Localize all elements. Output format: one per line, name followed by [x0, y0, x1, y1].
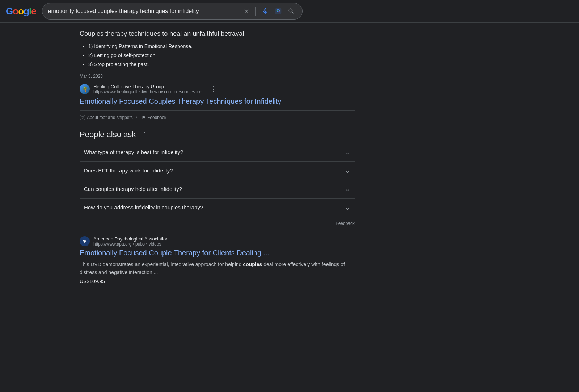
logo-g2: g [24, 6, 29, 17]
source-name: Healing Collective Therapy Group [93, 84, 205, 89]
paa-question-1: What type of therapy is best for infidel… [84, 149, 183, 155]
source-info: Healing Collective Therapy Group https:/… [93, 84, 205, 94]
snippet-list-item: 2) Letting go of self-protection. [88, 51, 355, 60]
result-source-url: https://www.apa.org › pubs › videos [93, 242, 168, 247]
paa-chevron-4: ⌄ [345, 204, 350, 212]
search-bar: emotionlly focused couples therapy techn… [42, 3, 303, 20]
paa-more-options-button[interactable]: ⋮ [140, 130, 149, 139]
logo-o1: o [13, 6, 18, 17]
source-row: 🌴 Healing Collective Therapy Group https… [80, 84, 355, 94]
paa-question-4: How do you address infidelity in couples… [84, 204, 203, 210]
snippet-date: Mar 3, 2023 [80, 74, 355, 79]
footer-divider: • [136, 115, 137, 120]
paa-item-3[interactable]: Can couples therapy help after infidelit… [80, 180, 355, 198]
paa-header: People also ask ⋮ [80, 130, 355, 139]
about-featured-snippets-button[interactable]: ? About featured snippets [80, 115, 133, 120]
result-link-1[interactable]: Emotionally Focused Couple Therapy for C… [80, 248, 355, 257]
paa-question-2: Does EFT therapy work for infidelity? [84, 167, 173, 174]
search-input[interactable]: emotionlly focused couples therapy techn… [48, 8, 239, 14]
voice-search-button[interactable] [260, 6, 270, 16]
logo-o2: o [18, 6, 24, 17]
paa-item-2[interactable]: Does EFT therapy work for infidelity? ⌄ [80, 161, 355, 180]
header: Google emotionlly focused couples therap… [0, 0, 579, 23]
paa-title: People also ask [80, 130, 136, 139]
snippet-footer: ? About featured snippets • ⚑ Feedback [80, 110, 355, 121]
result-more-options-button[interactable]: ⋮ [345, 237, 355, 246]
paa-three-dots-icon: ⋮ [141, 131, 148, 138]
logo-g1: G [6, 6, 13, 17]
clear-search-button[interactable] [242, 7, 251, 16]
question-icon: ? [80, 115, 85, 120]
result-source-info: American Psychological Association https… [93, 236, 168, 247]
paa-footer: Feedback [80, 220, 355, 227]
svg-rect-0 [275, 8, 281, 14]
source-favicon: 🌴 [80, 84, 90, 94]
snippet-list: 1) Identifying Patterns in Emotional Res… [80, 42, 355, 69]
result-source-row: Ψ American Psychological Association htt… [80, 236, 355, 247]
search-button[interactable] [286, 6, 296, 16]
result-source-name: American Psychological Association [93, 236, 168, 242]
result-url-text: https://www.apa.org › pubs › videos [93, 242, 161, 247]
search-result-1: Ψ American Psychological Association htt… [80, 236, 355, 285]
snippet-heading: Couples therapy techniques to heal an un… [80, 30, 355, 38]
result-price: US$109.95 [80, 278, 355, 284]
snippet-list-item: 3) Stop projecting the past. [88, 60, 355, 69]
flag-icon: ⚑ [141, 115, 146, 120]
result-three-dots-icon: ⋮ [347, 238, 353, 244]
about-snippets-text: About featured snippets [87, 115, 133, 120]
logo-e: e [31, 6, 36, 17]
paa-item-4[interactable]: How do you address infidelity in couples… [80, 198, 355, 217]
source-url: https://www.healingcollectivetherapy.com… [93, 89, 205, 94]
paa-item-1[interactable]: What type of therapy is best for infidel… [80, 143, 355, 161]
result-description-1: This DVD demonstrates an experiential, i… [80, 260, 355, 277]
apa-favicon-text: Ψ [83, 239, 86, 243]
snippet-feedback-button[interactable]: ⚑ Feedback [140, 114, 168, 121]
featured-snippet-link[interactable]: Emotionally Focused Couples Therapy Tech… [80, 97, 355, 106]
main-content: Couples therapy techniques to heal an un… [80, 23, 355, 291]
paa-question-3: Can couples therapy help after infidelit… [84, 186, 182, 192]
paa-feedback-button[interactable]: Feedback [335, 220, 355, 227]
result-bold-text: couples [243, 261, 262, 267]
paa-chevron-1: ⌄ [345, 148, 350, 156]
source-more-options-button[interactable]: ⋮ [209, 84, 218, 94]
paa-feedback-label: Feedback [335, 221, 355, 226]
lens-search-button[interactable] [273, 6, 283, 16]
paa-chevron-3: ⌄ [345, 185, 350, 193]
feedback-label: Feedback [147, 115, 166, 120]
snippet-list-item: 1) Identifying Patterns in Emotional Res… [88, 42, 355, 51]
people-also-ask-section: People also ask ⋮ What type of therapy i… [80, 130, 355, 227]
google-logo[interactable]: Google [6, 6, 36, 17]
search-divider [255, 7, 256, 16]
paa-chevron-2: ⌄ [345, 167, 350, 175]
featured-snippet: Couples therapy techniques to heal an un… [80, 30, 355, 121]
result-favicon: Ψ [80, 236, 90, 246]
three-dots-icon: ⋮ [210, 86, 217, 92]
favicon-emoji: 🌴 [82, 86, 88, 92]
